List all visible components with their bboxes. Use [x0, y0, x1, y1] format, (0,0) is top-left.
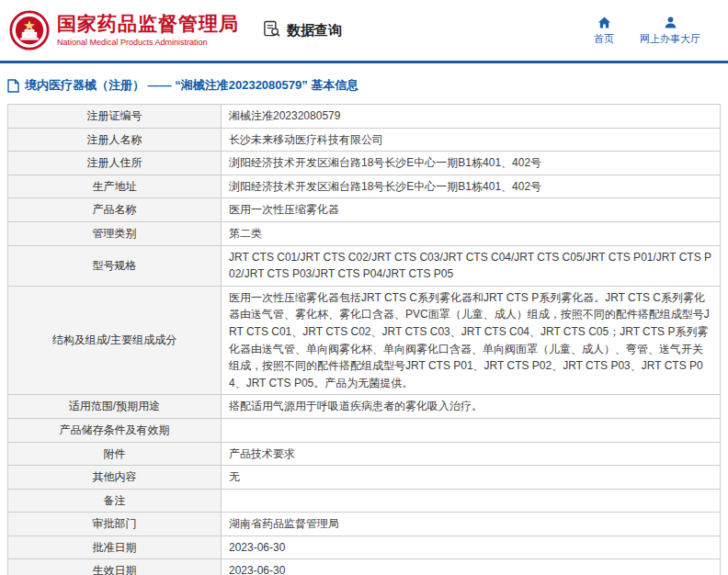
- site-header: 国家药品监督管理局 National Medical Products Admi…: [0, 0, 728, 61]
- row-value: 2023-06-30: [222, 559, 721, 575]
- table-row: 备注: [8, 489, 721, 513]
- data-query-tab[interactable]: 数据查询: [263, 20, 342, 40]
- row-label: 注册人住所: [8, 152, 222, 175]
- row-value: 长沙未来移动医疗科技有限公司: [222, 128, 721, 152]
- table-row: 注册人名称长沙未来移动医疗科技有限公司: [8, 128, 721, 152]
- row-label: 审批部门: [8, 513, 222, 536]
- document-icon: [7, 79, 19, 93]
- brand-text: 国家药品监督管理局 National Medical Products Admi…: [57, 13, 239, 47]
- table-row: 附件产品技术要求: [8, 442, 721, 466]
- row-value: 第二类: [222, 221, 721, 245]
- row-label: 生效日期: [8, 559, 222, 575]
- row-value: 浏阳经济技术开发区湘台路18号长沙E中心一期B1栋401、402号: [222, 175, 721, 198]
- row-label: 附件: [8, 442, 222, 466]
- row-value: 医用一次性压缩雾化器包括JRT CTS C系列雾化器和JRT CTS P系列雾化…: [222, 286, 721, 395]
- row-label: 其他内容: [8, 466, 222, 490]
- row-value: JRT CTS C01/JRT CTS C02/JRT CTS C03/JRT …: [222, 245, 721, 286]
- row-label: 批准日期: [8, 536, 222, 559]
- row-label: 产品储存条件及有效期: [8, 418, 222, 442]
- table-row: 其他内容无: [8, 466, 721, 490]
- nmpa-emblem-logo: [9, 10, 50, 51]
- row-label: 管理类别: [8, 221, 222, 245]
- nav-service-hall[interactable]: 网上办事大厅: [640, 16, 700, 46]
- row-value: 湘械注准20232080579: [222, 105, 721, 129]
- table-row: 产品名称医用一次性压缩雾化器: [8, 198, 721, 222]
- table-row: 结构及组成/主要组成成分医用一次性压缩雾化器包括JRT CTS C系列雾化器和J…: [8, 286, 721, 395]
- table-row: 生效日期2023-06-30: [8, 559, 721, 575]
- row-value: 医用一次性压缩雾化器: [222, 198, 721, 222]
- row-label: 备注: [8, 489, 222, 513]
- table-row: 型号规格JRT CTS C01/JRT CTS C02/JRT CTS C03/…: [8, 245, 721, 286]
- row-label: 产品名称: [8, 198, 222, 222]
- table-row: 审批部门湖南省药品监督管理局: [8, 513, 721, 536]
- row-label: 生产地址: [8, 175, 222, 198]
- data-query-icon: [263, 20, 280, 40]
- info-table-body: 注册证编号湘械注准20232080579注册人名称长沙未来移动医疗科技有限公司注…: [8, 105, 721, 575]
- table-row: 适用范围/预期用途搭配适用气源用于呼吸道疾病患者的雾化吸入治疗。: [8, 395, 721, 419]
- row-value: 湖南省药品监督管理局: [222, 513, 721, 536]
- row-label: 注册证编号: [8, 105, 222, 129]
- row-label: 型号规格: [8, 245, 222, 286]
- nav-service-hall-label: 网上办事大厅: [640, 32, 700, 46]
- breadcrumb: 境内医疗器械（注册） —— “湘械注准20232080579” 基本信息: [0, 63, 728, 104]
- row-value: 无: [222, 466, 721, 490]
- row-value: [222, 489, 721, 513]
- table-row: 管理类别第二类: [8, 221, 721, 245]
- home-icon: [597, 16, 611, 29]
- nav-home[interactable]: 首页: [594, 16, 614, 46]
- row-value: 产品技术要求: [222, 442, 721, 466]
- table-row: 注册人住所浏阳经济技术开发区湘台路18号长沙E中心一期B1栋401、402号: [8, 152, 721, 175]
- table-row: 注册证编号湘械注准20232080579: [8, 105, 721, 129]
- row-value: 搭配适用气源用于呼吸道疾病患者的雾化吸入治疗。: [222, 395, 721, 419]
- row-value: 2023-06-30: [222, 536, 721, 559]
- info-table: 注册证编号湘械注准20232080579注册人名称长沙未来移动医疗科技有限公司注…: [7, 104, 721, 575]
- row-label: 注册人名称: [8, 128, 222, 152]
- org-name-en: National Medical Products Administration: [57, 38, 239, 47]
- row-value: [222, 418, 721, 442]
- row-label: 适用范围/预期用途: [8, 395, 222, 419]
- nav-home-label: 首页: [594, 32, 614, 46]
- table-row: 产品储存条件及有效期: [8, 418, 721, 442]
- user-icon: [664, 16, 677, 29]
- top-nav: 首页 网上办事大厅: [594, 16, 700, 46]
- row-label: 结构及组成/主要组成成分: [8, 286, 222, 395]
- breadcrumb-text: 境内医疗器械（注册） —— “湘械注准20232080579” 基本信息: [25, 77, 358, 94]
- table-row: 批准日期2023-06-30: [8, 536, 721, 559]
- table-row: 生产地址浏阳经济技术开发区湘台路18号长沙E中心一期B1栋401、402号: [8, 175, 721, 198]
- org-name-cn: 国家药品监督管理局: [57, 13, 239, 35]
- row-value: 浏阳经济技术开发区湘台路18号长沙E中心一期B1栋401、402号: [222, 152, 721, 175]
- data-query-label: 数据查询: [287, 22, 342, 39]
- brand-link[interactable]: 国家药品监督管理局 National Medical Products Admi…: [9, 10, 239, 51]
